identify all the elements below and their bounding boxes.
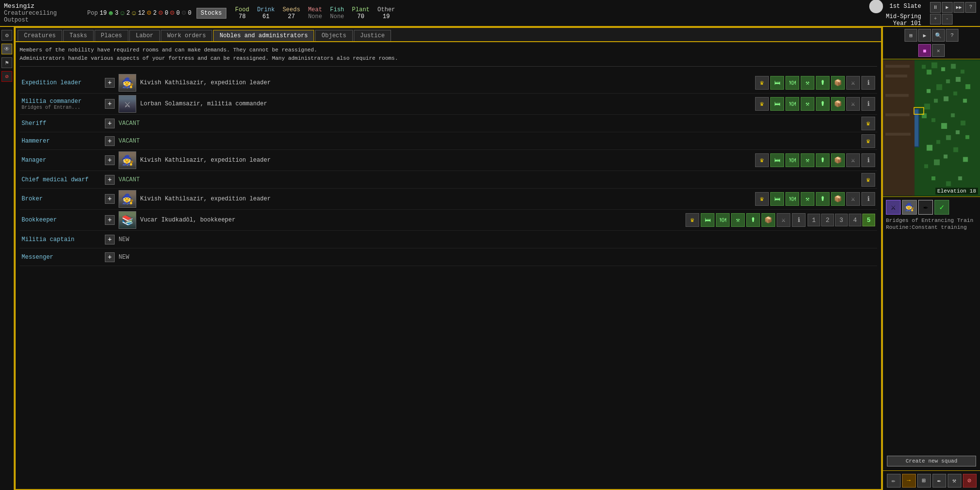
crown-icon-5[interactable]: ♛ [755,153,769,167]
pause-button[interactable]: ⏸ [930,2,941,13]
minimap-ctrl-2[interactable]: ▶ [918,29,931,42]
office-icon-4[interactable]: ⚒ [801,192,814,206]
add-expedition-leader-button[interactable]: + [105,78,115,88]
tab-places[interactable]: Places [95,30,128,41]
crown-icon-7[interactable]: ♛ [755,192,769,206]
tomb-icon-5[interactable]: ⚰ [746,213,760,227]
sidebar-icon-1[interactable]: ⚙ [1,30,12,41]
bottom-btn-6[interactable]: ⊘ [963,474,977,488]
crown-icon-3[interactable]: ♛ [861,117,875,130]
chest-icon-3[interactable]: 📦 [831,153,845,167]
bedroom-icon-3[interactable]: 🛏 [770,153,784,167]
add-militia-commander-button[interactable]: + [105,99,115,109]
bottom-btn-2[interactable]: → [902,474,916,488]
assign-icon-3[interactable]: ⚔ [846,153,860,167]
tab-nobles[interactable]: Nobles and administrators [213,30,314,41]
fast-button[interactable]: ▶▶ [954,2,964,13]
svg-rect-36 [946,181,951,186]
tab-justice[interactable]: Justice [354,30,391,41]
crown-icon-4[interactable]: ♛ [861,134,875,148]
quality-4[interactable]: 4 [849,214,861,226]
tomb-icon-3[interactable]: ⚰ [816,153,830,167]
assign-icon-5[interactable]: ⚔ [777,213,790,227]
zoom-in-button[interactable]: + [930,14,941,24]
add-sheriff-button[interactable]: + [105,119,115,128]
bottom-btn-5[interactable]: ⚒ [948,474,961,488]
bottom-btn-3[interactable]: ⊞ [917,474,931,488]
tab-objects[interactable]: Objects [315,30,352,41]
dining-icon-3[interactable]: 🍽 [785,153,799,167]
info-icon-4[interactable]: ℹ [861,192,875,206]
assign-icon-1[interactable]: ⚔ [846,76,860,90]
elevation-text: Elevation 18 [935,188,978,195]
stocks-button[interactable]: Stocks [196,8,226,19]
create-squad-button[interactable]: Create new squad [887,456,976,466]
quality-1[interactable]: 1 [808,214,820,226]
tab-labor[interactable]: Labor [129,30,160,41]
minimap-ctrl-5[interactable]: ◼ [918,44,931,57]
info-icon-2[interactable]: ℹ [861,97,875,111]
add-chief-medical-button[interactable]: + [105,175,115,185]
quality-5[interactable]: 5 [862,214,875,226]
assign-icon-2[interactable]: ⚔ [846,97,860,111]
tab-creatures[interactable]: Creatures [18,30,62,41]
minimap-ctrl-3[interactable]: 🔍 [932,29,945,42]
zoom-out-button[interactable]: - [942,14,953,24]
add-militia-captain-button[interactable]: + [105,235,115,245]
step-button[interactable]: ▶ [942,2,953,13]
minimap[interactable]: Elevation 18 [883,59,980,196]
tomb-icon-2[interactable]: ⚰ [816,97,830,111]
minimap-ctrl-1[interactable]: ⊞ [905,29,917,42]
office-icon-2[interactable]: ⚒ [801,97,814,111]
crown-icon-2[interactable]: ♛ [755,97,769,111]
minimap-ctrl-6[interactable]: ✕ [932,44,945,57]
bedroom-icon-4[interactable]: 🛏 [770,192,784,206]
dining-icon-5[interactable]: 🍽 [716,213,730,227]
tomb-icon-4[interactable]: ⚰ [816,192,830,206]
add-hammerer-button[interactable]: + [105,136,115,146]
bedroom-icon-1[interactable]: 🛏 [770,76,784,90]
add-broker-button[interactable]: + [105,194,115,204]
chest-icon-1[interactable]: 📦 [831,76,845,90]
office-icon-1[interactable]: ⚒ [801,76,814,90]
quality-3[interactable]: 3 [835,214,848,226]
bottom-btn-4[interactable]: ✒ [932,474,946,488]
add-manager-button[interactable]: + [105,155,115,165]
dining-icon-1[interactable]: 🍽 [785,76,799,90]
sidebar-icon-4[interactable]: ⊘ [1,71,12,82]
sidebar-icon-3[interactable]: ⚑ [1,57,12,68]
office-icon-5[interactable]: ⚒ [731,213,745,227]
squad-avatar-feather[interactable]: ✒ [918,200,933,215]
crown-icon-8[interactable]: ♛ [686,213,699,227]
bottom-btn-1[interactable]: ✏ [887,474,901,488]
crown-icon-1[interactable]: ♛ [755,76,769,90]
tab-work-orders[interactable]: Work orders [161,30,212,41]
dining-icon-2[interactable]: 🍽 [785,97,799,111]
add-bookkeeper-button[interactable]: + [105,215,115,225]
chest-icon-4[interactable]: 📦 [831,192,845,206]
sidebar-icon-2[interactable]: 👁 [1,44,12,54]
squad-avatar-1[interactable]: ⚔ [886,200,901,215]
crown-icon-6[interactable]: ♛ [861,173,875,187]
add-messenger-button[interactable]: + [105,252,115,262]
drink-group: Drink 61 [257,6,275,20]
tab-tasks[interactable]: Tasks [63,30,94,41]
dining-icon-4[interactable]: 🍽 [785,192,799,206]
info-icon-3[interactable]: ℹ [861,153,875,167]
office-icon-3[interactable]: ⚒ [801,153,814,167]
assign-icon-4[interactable]: ⚔ [846,192,860,206]
chest-icon-2[interactable]: 📦 [831,97,845,111]
minimap-ctrl-4[interactable]: ? [946,29,958,42]
info-icon-5[interactable]: ℹ [792,213,806,227]
squad-avatar-2[interactable]: 🧙 [902,200,917,215]
bedroom-icon-5[interactable]: 🛏 [701,213,714,227]
militia-commander-sub: Bridges of Entran... [22,105,105,110]
chest-icon-5[interactable]: 📦 [761,213,775,227]
noble-name-messenger: NEW [119,254,875,261]
info-icon-1[interactable]: ℹ [861,76,875,90]
help-button[interactable]: ? [965,2,976,13]
quality-2[interactable]: 2 [821,214,834,226]
tomb-icon-1[interactable]: ⚰ [816,76,830,90]
squad-avatar-checkmark[interactable]: ✓ [934,200,949,215]
bedroom-icon-2[interactable]: 🛏 [770,97,784,111]
